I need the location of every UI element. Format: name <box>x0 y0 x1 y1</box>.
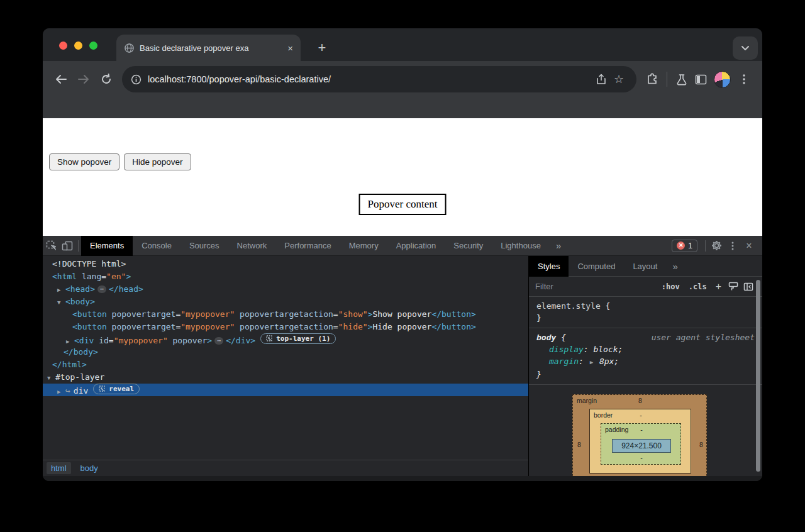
tab-close-icon[interactable]: × <box>287 43 293 53</box>
dom-tree-row[interactable]: </html> <box>43 358 528 371</box>
window-controls <box>59 42 97 50</box>
dom-tree-row[interactable]: <button popovertarget="mypopover" popove… <box>43 321 528 333</box>
filter-input[interactable]: Filter <box>535 282 657 291</box>
devtools-tab-sources[interactable]: Sources <box>180 236 228 256</box>
bookmark-star-icon[interactable]: ☆ <box>610 74 628 85</box>
box-model-diagram[interactable]: margin 8 8 8 - - - - - border - <box>572 394 707 476</box>
close-window-button[interactable] <box>59 42 67 50</box>
styles-filter-row: Filter :hov .cls + <box>529 277 762 297</box>
tab-strip: Basic declarative popover exa × + <box>43 28 762 61</box>
devtools-menu-kebab-icon[interactable] <box>724 236 741 256</box>
top-layer-link-icon: ↪ <box>65 386 70 396</box>
dom-tree-row[interactable]: </body> <box>43 346 528 358</box>
dom-tree-row[interactable]: ▼<body> <box>43 296 528 308</box>
profile-avatar[interactable] <box>714 71 731 88</box>
forward-button[interactable] <box>74 70 93 89</box>
devtools-tab-memory[interactable]: Memory <box>340 236 387 256</box>
reveal-badge[interactable]: reveal <box>93 384 140 394</box>
dom-tree-row[interactable]: ▶<head>⋯</head> <box>43 283 528 296</box>
devtools-tab-elements[interactable]: Elements <box>81 236 133 256</box>
rendering-emulation-icon[interactable] <box>726 282 741 291</box>
dom-tree-row[interactable]: ▼#top-layer <box>43 371 528 384</box>
hide-popover-button[interactable]: Hide popover <box>124 153 191 170</box>
devtools-toolbar: ElementsConsoleSourcesNetworkPerformance… <box>43 236 762 256</box>
expand-arrow-icon[interactable]: ▶ <box>57 385 65 398</box>
stylesheet-origin: user agent stylesheet <box>652 331 755 343</box>
devtools-close-icon[interactable]: × <box>741 236 757 256</box>
url-text[interactable]: localhost:7800/popover-api/basic-declara… <box>148 74 592 84</box>
expand-ellipsis-button[interactable]: ⋯ <box>214 337 223 345</box>
inspect-element-icon[interactable] <box>43 236 59 256</box>
styles-tab-layout[interactable]: Layout <box>624 256 666 277</box>
more-tabs-icon[interactable]: » <box>550 240 567 251</box>
experiments-flask-icon[interactable] <box>672 70 691 89</box>
breadcrumb-body[interactable]: body <box>76 462 103 474</box>
minimize-window-button[interactable] <box>74 42 82 50</box>
expand-ellipsis-button[interactable]: ⋯ <box>97 285 106 293</box>
styles-scrollbar[interactable] <box>756 280 760 472</box>
devtools-panel: ElementsConsoleSourcesNetworkPerformance… <box>43 236 762 481</box>
devtools-toolbar-divider-2 <box>705 240 706 252</box>
side-panel-icon[interactable] <box>691 70 710 89</box>
tab-title: Basic declarative popover exa <box>140 43 282 53</box>
body-ua-rule[interactable]: body { user agent stylesheet display: bl… <box>529 328 762 385</box>
devtools-tab-performance[interactable]: Performance <box>275 236 340 256</box>
new-tab-button[interactable]: + <box>311 37 333 58</box>
dom-tree-row[interactable]: <button popovertarget="mypopover" popove… <box>43 308 528 321</box>
dom-tree: <!DOCTYPE html><html lang="en">▶<head>⋯<… <box>43 256 528 460</box>
box-model-border[interactable]: border - padding - - 924×21.500 <box>589 409 691 474</box>
console-error-badge[interactable]: ✕ 1 <box>672 240 697 252</box>
devtools-tab-security[interactable]: Security <box>445 236 492 256</box>
devtools-tab-application[interactable]: Application <box>387 236 445 256</box>
devtools-tab-console[interactable]: Console <box>133 236 180 256</box>
dom-tree-row[interactable]: <!DOCTYPE html> <box>43 258 528 270</box>
chevron-down-icon <box>741 45 750 51</box>
new-style-rule-button[interactable]: + <box>716 281 721 292</box>
window-bottom-edge <box>43 476 762 481</box>
dom-tree-row[interactable]: <html lang="en"> <box>43 270 528 283</box>
address-bar[interactable]: localhost:7800/popover-api/basic-declara… <box>122 66 636 92</box>
expand-arrow-icon[interactable]: ▶ <box>57 284 65 296</box>
top-layer-badge[interactable]: top-layer (1) <box>260 333 336 344</box>
element-style-rule[interactable]: element.style { } <box>529 297 762 328</box>
toolbar-divider <box>667 72 667 87</box>
zoom-window-button[interactable] <box>89 42 97 50</box>
device-toolbar-icon[interactable] <box>59 236 75 256</box>
computed-sidebar-toggle-icon[interactable] <box>741 282 756 291</box>
box-model-padding[interactable]: padding - - 924×21.500 <box>601 423 681 465</box>
toggle-class-button[interactable]: .cls <box>689 282 707 291</box>
globe-favicon-icon <box>124 43 135 53</box>
devtools-tab-lighthouse[interactable]: Lighthouse <box>492 236 550 256</box>
site-info-icon[interactable] <box>131 74 142 85</box>
web-page: Show popover Hide popover Popover conten… <box>43 118 762 236</box>
browser-tab[interactable]: Basic declarative popover exa × <box>116 35 301 61</box>
popover-content: Popover content <box>359 194 447 215</box>
browser-menu-kebab-icon[interactable] <box>735 70 753 89</box>
styles-more-tabs-icon[interactable]: » <box>666 261 684 272</box>
browser-toolbar: localhost:7800/popover-api/basic-declara… <box>43 61 762 118</box>
toggle-pseudo-button[interactable]: :hov <box>662 282 680 291</box>
extensions-icon[interactable] <box>643 70 662 89</box>
collapse-arrow-icon[interactable]: ▼ <box>47 372 55 384</box>
back-button[interactable] <box>52 70 70 89</box>
dom-tree-row[interactable]: ▶<div id="mypopover" popover>⋯</div>top-… <box>43 333 528 346</box>
dom-tree-row-selected[interactable]: ▶↪divreveal <box>43 384 528 396</box>
css-property-margin[interactable]: margin: ▶ 8px; <box>536 355 762 369</box>
box-model-margin[interactable]: margin 8 8 8 - - - - - border - <box>572 394 707 476</box>
settings-gear-icon[interactable] <box>708 236 724 256</box>
browser-window: Basic declarative popover exa × + <box>43 28 762 481</box>
devtools-toolbar-divider <box>78 240 79 252</box>
styles-tab-computed[interactable]: Computed <box>569 256 624 277</box>
breadcrumb: html body <box>43 460 528 476</box>
tab-search-button[interactable] <box>733 36 758 60</box>
collapse-arrow-icon[interactable]: ▼ <box>57 296 65 309</box>
css-property-display[interactable]: display: block; <box>536 343 762 355</box>
styles-tab-styles[interactable]: Styles <box>529 256 569 277</box>
breadcrumb-html[interactable]: html <box>47 462 71 474</box>
styles-sidebar: StylesComputedLayout» Filter :hov .cls +… <box>528 256 762 476</box>
show-popover-button[interactable]: Show popover <box>49 153 119 170</box>
share-icon[interactable] <box>592 74 610 85</box>
box-model-content[interactable]: 924×21.500 <box>612 439 671 453</box>
reload-button[interactable] <box>97 70 116 89</box>
devtools-tab-network[interactable]: Network <box>228 236 276 256</box>
